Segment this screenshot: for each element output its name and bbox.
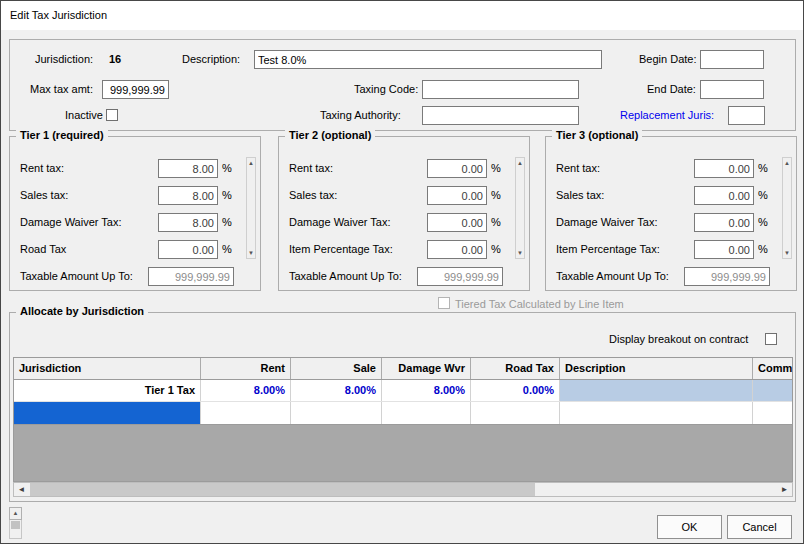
header-jurisdiction: Jurisdiction [14, 358, 201, 379]
scroll-up-icon[interactable]: ▲ [516, 159, 524, 167]
cell-damage-wvr[interactable]: 8.00% [382, 380, 471, 401]
tier1-rent-tax-input[interactable] [158, 159, 218, 178]
end-date-label: End Date: [647, 83, 696, 95]
taxing-authority-label: Taxing Authority: [320, 109, 401, 121]
cell-road-tax[interactable]: 0.00% [471, 380, 560, 401]
description-label: Description: [182, 53, 240, 65]
display-breakout-checkbox[interactable] [765, 333, 777, 345]
taxing-authority-input[interactable] [422, 106, 579, 125]
table-horizontal-scrollbar[interactable]: ◄ ► [13, 482, 793, 497]
tier3-title: Tier 3 (optional) [552, 129, 642, 141]
begin-date-input[interactable] [700, 50, 764, 69]
tier1-taxable-label: Taxable Amount Up To: [20, 270, 133, 282]
tier1-sales-tax-percent: % [222, 189, 232, 201]
tier2-damage-waiver-label: Damage Waiver Tax: [289, 216, 390, 228]
tier2-rent-tax-percent: % [491, 162, 501, 174]
tier3-taxable-input[interactable] [684, 267, 770, 286]
replacement-juris-link[interactable]: Replacement Juris: [620, 109, 714, 121]
tier1-scrollbar[interactable]: ▲ ▼ [246, 157, 256, 259]
tier1-taxable-input[interactable] [148, 267, 234, 286]
empty-cell[interactable] [753, 402, 792, 424]
tier3-rent-tax-percent: % [758, 162, 768, 174]
empty-cell[interactable] [382, 402, 471, 424]
cell-rent[interactable]: 8.00% [201, 380, 291, 401]
inactive-checkbox[interactable] [106, 109, 118, 121]
tier1-damage-waiver-percent: % [222, 216, 232, 228]
header-comments: Comme [753, 358, 792, 379]
tier3-item-percentage-percent: % [758, 243, 768, 255]
scroll-up-icon[interactable]: ▲ [247, 159, 255, 167]
empty-cell[interactable] [471, 402, 560, 424]
tier1-sales-tax-label: Sales tax: [20, 189, 68, 201]
max-tax-input[interactable] [102, 80, 169, 99]
tier2-taxable-input[interactable] [417, 267, 503, 286]
allocate-group: Allocate by Jurisdiction Display breakou… [9, 312, 796, 502]
window-title: Edit Tax Jurisdiction [10, 9, 107, 21]
tier2-rent-tax-input[interactable] [427, 159, 487, 178]
tier2-scrollbar[interactable]: ▲ ▼ [515, 157, 525, 259]
tier3-sales-tax-input[interactable] [694, 186, 754, 205]
taxing-code-label: Taxing Code: [354, 83, 418, 95]
cancel-button[interactable]: Cancel [727, 515, 792, 539]
stray-vertical-scrollbar[interactable]: ▲ [9, 507, 22, 539]
cell-jurisdiction[interactable]: Tier 1 Tax [14, 380, 201, 401]
empty-cell[interactable] [560, 402, 753, 424]
allocation-table: Jurisdiction Rent Sale Damage Wvr Road T… [13, 357, 793, 425]
tier1-group: Tier 1 (required) Rent tax: % Sales tax:… [9, 136, 261, 291]
scroll-right-icon[interactable]: ► [777, 483, 792, 496]
taxing-code-input[interactable] [422, 80, 579, 99]
jurisdiction-label: Jurisdiction: [35, 53, 93, 65]
scrollbar-thumb[interactable] [30, 483, 535, 496]
empty-cell[interactable] [201, 402, 291, 424]
scrollbar-track[interactable] [9, 520, 22, 539]
tier2-taxable-label: Taxable Amount Up To: [289, 270, 402, 282]
tier1-title: Tier 1 (required) [16, 129, 108, 141]
scroll-up-icon[interactable]: ▲ [783, 159, 791, 167]
table-row-tier1-tax: Tier 1 Tax 8.00% 8.00% 8.00% 0.00% [14, 380, 792, 402]
tier2-item-percentage-input[interactable] [427, 240, 487, 259]
header-road-tax: Road Tax [471, 358, 560, 379]
cell-comments[interactable] [753, 380, 792, 401]
tier3-sales-tax-percent: % [758, 189, 768, 201]
scroll-down-icon[interactable]: ▼ [247, 249, 255, 257]
tier2-item-percentage-percent: % [491, 243, 501, 255]
tier3-group: Tier 3 (optional) Rent tax: % Sales tax:… [545, 136, 797, 291]
selected-cell[interactable] [14, 402, 201, 424]
tier3-item-percentage-label: Item Percentage Tax: [556, 243, 660, 255]
cell-sale[interactable]: 8.00% [291, 380, 382, 401]
tier2-rent-tax-label: Rent tax: [289, 162, 333, 174]
max-tax-label: Max tax amt: [30, 83, 93, 95]
inactive-label: Inactive [65, 109, 103, 121]
tier3-damage-waiver-label: Damage Waiver Tax: [556, 216, 657, 228]
table-row-empty [14, 402, 792, 424]
scrollbar-thumb[interactable] [11, 521, 20, 529]
scroll-down-icon[interactable]: ▼ [516, 249, 524, 257]
tier1-road-tax-input[interactable] [158, 240, 218, 259]
scroll-up-icon[interactable]: ▲ [9, 507, 22, 520]
scroll-down-icon[interactable]: ▼ [783, 249, 791, 257]
tier3-damage-waiver-input[interactable] [694, 213, 754, 232]
tier1-road-tax-percent: % [222, 243, 232, 255]
tier2-item-percentage-label: Item Percentage Tax: [289, 243, 393, 255]
tier3-damage-waiver-percent: % [758, 216, 768, 228]
cell-description[interactable] [560, 380, 753, 401]
tier3-rent-tax-input[interactable] [694, 159, 754, 178]
tiered-line-item-checkbox[interactable] [438, 297, 450, 309]
table-dead-area [13, 425, 793, 482]
ok-button[interactable]: OK [657, 515, 722, 539]
tier2-sales-tax-input[interactable] [427, 186, 487, 205]
description-input[interactable] [254, 50, 602, 69]
tier1-sales-tax-input[interactable] [158, 186, 218, 205]
jurisdiction-value: 16 [109, 53, 121, 65]
tier3-scrollbar[interactable]: ▲ ▼ [782, 157, 792, 259]
replacement-juris-input[interactable] [728, 106, 765, 125]
header-sale: Sale [291, 358, 382, 379]
tier1-damage-waiver-label: Damage Waiver Tax: [20, 216, 121, 228]
scroll-left-icon[interactable]: ◄ [14, 483, 29, 496]
empty-cell[interactable] [291, 402, 382, 424]
end-date-input[interactable] [700, 80, 764, 99]
tier3-item-percentage-input[interactable] [694, 240, 754, 259]
begin-date-label: Begin Date: [639, 53, 696, 65]
tier1-damage-waiver-input[interactable] [158, 213, 218, 232]
tier2-damage-waiver-input[interactable] [427, 213, 487, 232]
